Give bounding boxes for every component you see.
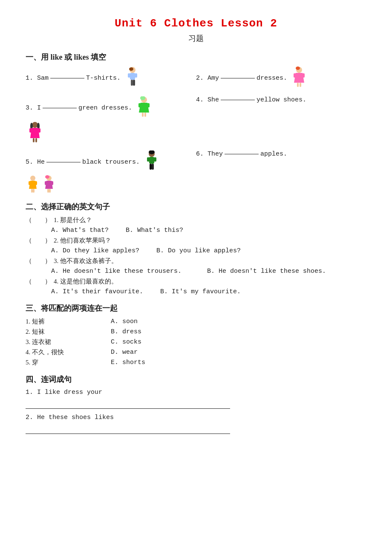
fill-item-4: 4. She yellow shoes.	[196, 96, 366, 104]
svg-point-6	[129, 67, 133, 71]
svg-rect-4	[131, 80, 133, 86]
svg-point-21	[32, 122, 38, 128]
svg-rect-35	[152, 164, 154, 170]
choice-options-1: A. What's that? B. What's this?	[51, 227, 366, 234]
match-row-1: 1. 短裤 A. soon	[26, 318, 366, 326]
figure-child2	[42, 175, 56, 194]
section-four-header: 四、连词成句	[26, 374, 366, 384]
svg-rect-3	[135, 73, 137, 78]
svg-rect-1	[130, 73, 135, 80]
svg-rect-45	[45, 181, 47, 185]
match-row-4: 4. 不久，很快 D. wear	[26, 348, 366, 356]
svg-rect-32	[147, 157, 150, 162]
fill-item-6: 6. They apples.	[196, 150, 366, 158]
page-title: Unit 6 Clothes Lesson 2	[26, 17, 366, 30]
choice-row-2: （ ） 2. 他们喜欢苹果吗？	[26, 237, 366, 245]
svg-rect-25	[29, 128, 32, 133]
match-row-2: 2. 短袜 B. dress	[26, 328, 366, 336]
svg-rect-46	[51, 181, 53, 185]
svg-rect-48	[49, 189, 51, 193]
svg-rect-10	[294, 73, 296, 78]
section-one: 一、用 like 或 likes 填空 1. Sam T-shirts.	[26, 52, 366, 194]
answer-line-1	[26, 399, 230, 409]
fill-item-1: 1. Sam T-shirts.	[26, 66, 196, 90]
figure-girl2	[135, 96, 153, 119]
section-three-header: 三、将匹配的两项连在一起	[26, 303, 366, 313]
match-row-5: 5. 穿 E. shorts	[26, 358, 366, 367]
section-four: 四、连词成句 1. I like dress your 2. He these …	[26, 374, 366, 434]
answer-line-2	[26, 425, 230, 434]
choice-options-2: A. Do they like apples? B. Do you like a…	[51, 247, 366, 254]
section-two: 二、选择正确的英文句子 （ ） 1. 那是什么？ A. What's that?…	[26, 202, 366, 295]
page-subtitle: 习题	[26, 33, 366, 43]
svg-rect-2	[128, 73, 130, 78]
svg-rect-26	[38, 128, 40, 133]
svg-rect-17	[138, 103, 141, 107]
match-row-3: 3. 连衣裙 C. socks	[26, 338, 366, 346]
figure-girl-braids	[26, 121, 44, 144]
svg-rect-28	[35, 138, 37, 142]
choice-options-3: A. He doesn't like these trousers. B. He…	[51, 268, 366, 275]
svg-rect-19	[142, 113, 144, 117]
svg-rect-12	[297, 83, 299, 87]
svg-point-43	[45, 175, 49, 179]
svg-rect-39	[35, 181, 37, 185]
sentence-row-1: 1. I like dress your	[26, 389, 366, 396]
choice-row-4: （ ） 4. 这是他们最喜欢的。	[26, 278, 366, 286]
fill-item-2: 2. Amy dresses.	[196, 66, 366, 90]
figure-child1	[26, 175, 40, 194]
figure-boy1	[123, 66, 142, 90]
svg-rect-5	[133, 80, 135, 86]
svg-rect-34	[150, 164, 152, 170]
svg-rect-47	[47, 189, 49, 193]
section-three: 三、将匹配的两项连在一起 1. 短裤 A. soon 2. 短袜 B. dres…	[26, 303, 366, 367]
svg-rect-11	[302, 73, 305, 78]
section-one-header: 一、用 like 或 likes 填空	[26, 52, 366, 62]
svg-point-36	[30, 176, 35, 181]
choice-row-1: （ ） 1. 那是什么？	[26, 216, 366, 224]
svg-rect-13	[300, 83, 301, 87]
fill-item-5: 5. He black trousers.	[26, 150, 196, 194]
svg-rect-20	[144, 113, 146, 117]
choice-row-3: （ ） 3. 他不喜欢这条裤子。	[26, 257, 366, 265]
svg-rect-18	[147, 103, 150, 107]
svg-point-8	[296, 66, 300, 70]
section-two-header: 二、选择正确的英文句子	[26, 202, 366, 212]
svg-rect-40	[31, 189, 33, 193]
sentence-row-2: 2. He these shoes likes	[26, 414, 366, 421]
svg-rect-41	[33, 189, 35, 193]
svg-rect-31	[149, 157, 154, 164]
svg-rect-38	[29, 181, 31, 185]
figure-boy2	[142, 150, 161, 173]
choice-options-4: A. It's their favourite. B. It's my favo…	[51, 288, 366, 295]
figure-girl1	[290, 66, 308, 90]
fill-item-3: 3. I green dresses.	[26, 96, 196, 146]
svg-rect-27	[33, 138, 35, 142]
svg-rect-33	[154, 157, 156, 162]
